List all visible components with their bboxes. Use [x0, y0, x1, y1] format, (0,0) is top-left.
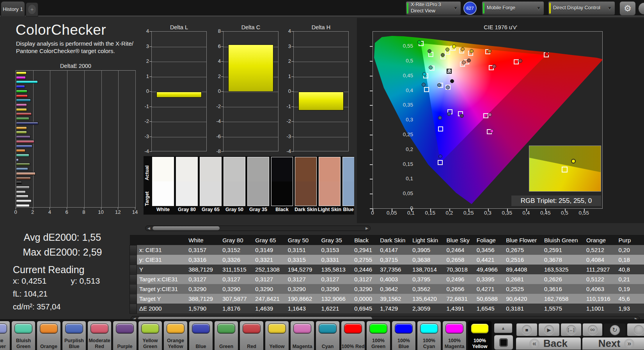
- patch-button-green[interactable]: Green: [214, 321, 238, 350]
- deltae-bar-gray-65: [16, 195, 28, 198]
- patch-button-100-green[interactable]: 100% Green: [366, 321, 390, 350]
- row-handle[interactable]: [130, 304, 137, 313]
- step-button[interactable]: [↔]: [561, 323, 582, 336]
- tick-label: 2: [276, 58, 291, 64]
- deltae-bar-gray-50: [16, 190, 26, 194]
- corner-round-button[interactable]: [638, 2, 644, 15]
- row-handle[interactable]: [130, 265, 137, 274]
- table-cell: 39,1562: [373, 294, 405, 304]
- patch-button-moderate-red[interactable]: Moderate Red: [87, 321, 112, 350]
- strip-scrollbar-thumb[interactable]: [153, 226, 220, 230]
- meter-count-badge[interactable]: 627: [463, 2, 477, 15]
- deltae-bar-foliage: [16, 163, 30, 166]
- swatch-label: Blue Sky: [339, 207, 354, 212]
- deltae-gridline: [67, 71, 67, 207]
- row-handle[interactable]: [130, 274, 137, 284]
- next-button[interactable]: Next »: [582, 337, 644, 350]
- patch-color-swatch: [344, 323, 362, 334]
- patch-color-swatch: [471, 323, 489, 334]
- row-handle[interactable]: [130, 255, 137, 265]
- table-cell: 0,5212: [579, 245, 611, 255]
- tick-label: 0: [206, 88, 221, 94]
- patch-button-100-magenta[interactable]: 100% Magenta: [442, 321, 467, 350]
- source-dropdown[interactable]: Mobile Forge ▼: [482, 1, 544, 15]
- page-description-line2: Pantone ColorChecker® target colors.: [16, 48, 145, 54]
- patch-button-100-red[interactable]: 100% Red: [341, 321, 365, 350]
- cie-measured-blue-flower: [446, 85, 450, 89]
- patch-button-bluish-green[interactable]: Bluish Green: [11, 321, 35, 350]
- cie-y-tick: [370, 135, 373, 135]
- table-cell: 89,4408: [499, 265, 537, 274]
- tick-label: 1: [134, 73, 149, 79]
- patch-button-100-blue[interactable]: 100% Blue: [392, 321, 416, 350]
- back-button[interactable]: « Back: [516, 337, 581, 350]
- meter-dropdown[interactable]: X-Rite i1Pro 3 Direct View ▼: [406, 1, 461, 15]
- patch-button-red[interactable]: Red: [240, 321, 264, 350]
- patch-button-label: Yellow Green: [138, 338, 162, 349]
- add-tab-button[interactable]: +: [26, 2, 38, 16]
- patch-button-purplish-blue[interactable]: Purplish Blue: [62, 321, 86, 350]
- scroll-left-icon[interactable]: ◀: [146, 226, 152, 231]
- strip-scrollbar[interactable]: ◀ ▶: [145, 226, 371, 231]
- row-handle[interactable]: [130, 294, 137, 304]
- swatch-actual: [319, 157, 340, 181]
- table-cell: 0,2464: [440, 245, 470, 255]
- patch-button-cyan[interactable]: Cyan: [316, 321, 340, 350]
- tick-label: -4: [276, 148, 291, 154]
- measurement-table: WhiteGray 80Gray 65Gray 50Gray 35BlackDa…: [130, 235, 644, 315]
- cie-measured-orange-yellow: [461, 47, 465, 51]
- deltae-tick-label: 8: [82, 209, 85, 215]
- plus-icon: +: [28, 5, 36, 14]
- row-handle[interactable]: [130, 245, 137, 255]
- patch-button-magenta[interactable]: Magenta: [290, 321, 314, 350]
- table-column-header: Orange: [579, 235, 611, 245]
- refresh-button[interactable]: ↻: [603, 323, 626, 336]
- app-window: History 1 + X-Rite i1Pro 3 Direct View ▼…: [0, 0, 644, 350]
- display-control-dropdown[interactable]: Direct Display Control ▼: [548, 1, 615, 15]
- table-column-header: Gray 80: [215, 235, 248, 245]
- meter-dropdown-label: X-Rite i1Pro 3 Direct View: [411, 2, 441, 15]
- cie-x-tick-label: 0: [371, 210, 374, 216]
- pattern-window-button[interactable]: [494, 335, 513, 350]
- cie-x-tick-label: 0,05: [387, 210, 397, 216]
- swatch-actual: [248, 157, 269, 181]
- scroll-right-icon[interactable]: ▶: [364, 226, 370, 231]
- cie-measured-black: [450, 79, 454, 83]
- patch-button-orange[interactable]: Orange: [37, 321, 61, 350]
- loop-button[interactable]: ∞: [582, 323, 603, 336]
- row-handle[interactable]: [130, 284, 137, 294]
- cie-measured-100-blue: [438, 155, 442, 158]
- patch-button-yellow-green[interactable]: Yellow Green: [138, 321, 162, 350]
- play-button[interactable]: ▶: [538, 323, 560, 336]
- table-cell: 0,21: [612, 274, 644, 284]
- patch-button-blue-flower[interactable]: Blue Flower: [0, 321, 10, 350]
- tick-label: 3: [276, 43, 291, 49]
- patch-button-100-yellow[interactable]: 100% Yellow: [468, 321, 492, 350]
- patch-button-blue[interactable]: Blue: [189, 321, 213, 350]
- cie-y-tick: [370, 61, 373, 62]
- table-cell: 0,4063: [579, 284, 611, 294]
- gridline: [224, 92, 278, 92]
- patch-button-100-cyan[interactable]: 100% Cyan: [417, 321, 441, 350]
- tab-history-1[interactable]: History 1: [1, 1, 25, 16]
- table-row-header: x: CIE31: [137, 245, 182, 255]
- table-cell: 0,3151: [281, 245, 314, 255]
- patch-button-purple[interactable]: Purple: [113, 321, 137, 350]
- patch-button-label: Purple: [113, 344, 137, 349]
- gear-icon[interactable]: ⚙: [619, 1, 636, 16]
- collapse-panel-button[interactable]: ▲: [494, 323, 513, 333]
- patch-button-orange-yellow[interactable]: Orange Yellow: [163, 321, 188, 350]
- page-title: ColorChecker: [16, 22, 106, 38]
- deltae2000-chart: [16, 70, 136, 208]
- extra-transport-button[interactable]: [627, 323, 644, 336]
- cie-measured-foliage: [441, 53, 445, 57]
- swatch-gray-50: [224, 157, 245, 206]
- swatch-target: [153, 181, 174, 206]
- stop-icon: ■: [522, 325, 532, 335]
- patch-button-yellow[interactable]: Yellow: [265, 321, 289, 350]
- patch-button-label: Moderate Red: [88, 338, 111, 349]
- stop-button[interactable]: ■: [516, 323, 538, 336]
- gridline: [294, 47, 348, 47]
- inset-measured-dot: [571, 159, 576, 163]
- patch-button-label: 100% Cyan: [417, 338, 441, 349]
